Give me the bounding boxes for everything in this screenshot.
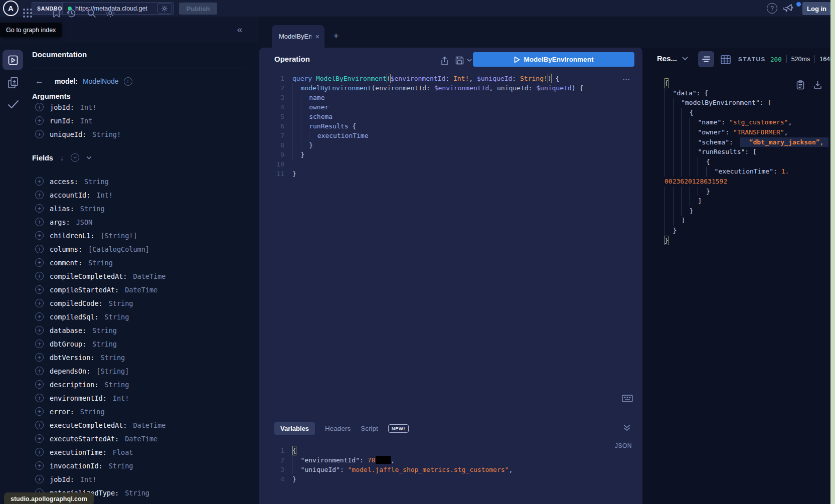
- code-line[interactable]: {: [664, 108, 828, 118]
- code-line[interactable]: {: [664, 157, 828, 167]
- keyboard-shortcuts-button[interactable]: [622, 395, 633, 402]
- rail-schema-button[interactable]: [0, 76, 26, 89]
- code-line[interactable]: 0023620128631592: [664, 177, 828, 187]
- explorer-settings-button[interactable]: [104, 0, 117, 26]
- add-field-icon[interactable]: +: [35, 407, 44, 416]
- code-line[interactable]: 11}: [273, 169, 583, 179]
- add-field-icon[interactable]: +: [35, 191, 44, 199]
- add-field-icon[interactable]: +: [35, 130, 44, 138]
- field-row[interactable]: +uniqueId:String!: [32, 127, 243, 141]
- field-row[interactable]: +args:JSON: [32, 215, 248, 229]
- operation-history-button[interactable]: [64, 0, 78, 26]
- code-line[interactable]: }: [664, 206, 828, 216]
- operation-editor[interactable]: 1query ModelByEnvironment($environmentId…: [273, 74, 583, 179]
- add-field-icon[interactable]: +: [35, 448, 44, 456]
- add-field-icon[interactable]: +: [35, 177, 44, 186]
- code-line[interactable]: }: [664, 226, 828, 236]
- field-row[interactable]: +accountId:Int!: [32, 188, 248, 202]
- code-line[interactable]: 4}: [273, 474, 513, 484]
- response-json-view-button[interactable]: [698, 51, 714, 67]
- connection-settings-button[interactable]: [157, 3, 172, 14]
- add-field-icon[interactable]: +: [35, 312, 44, 321]
- field-row[interactable]: +compiledSql:String: [32, 310, 248, 323]
- code-line[interactable]: 2"environmentId": 78,: [273, 455, 513, 465]
- search-button[interactable]: [85, 0, 97, 26]
- response-title-row[interactable]: Res...: [657, 54, 688, 63]
- code-line[interactable]: }: [664, 236, 828, 246]
- code-line[interactable]: ]: [664, 216, 828, 226]
- field-row[interactable]: +comment:String: [32, 256, 248, 269]
- field-row[interactable]: +dependsOn:[String]: [32, 364, 248, 378]
- add-field-icon[interactable]: +: [35, 258, 44, 267]
- apollo-logo[interactable]: A: [3, 1, 19, 16]
- collapse-variables-button[interactable]: [623, 424, 631, 431]
- save-operation-button[interactable]: [455, 56, 464, 65]
- add-field-icon[interactable]: +: [35, 326, 44, 334]
- rail-checks-button[interactable]: [0, 99, 26, 109]
- add-field-icon[interactable]: +: [35, 103, 44, 111]
- field-row[interactable]: +runId:Int: [32, 114, 243, 127]
- add-field-icon[interactable]: +: [35, 204, 44, 213]
- field-row[interactable]: +columns:[CatalogColumn]: [32, 242, 248, 256]
- add-field-icon[interactable]: +: [35, 461, 44, 470]
- field-row[interactable]: +compileStartedAt:DateTime: [32, 283, 248, 296]
- collapse-panel-button[interactable]: «: [234, 17, 246, 43]
- field-row[interactable]: +executionTime:Float: [32, 445, 248, 459]
- add-field-icon[interactable]: +: [35, 299, 44, 307]
- tab-variables[interactable]: Variables: [274, 422, 315, 435]
- add-field-icon[interactable]: +: [35, 272, 44, 280]
- add-field-icon[interactable]: +: [35, 285, 44, 294]
- add-type-icon[interactable]: +: [124, 77, 132, 86]
- variables-editor[interactable]: 1{2"environmentId": 78,3"uniqueId": "mod…: [273, 446, 513, 484]
- field-row[interactable]: +dbtVersion:String: [32, 351, 248, 364]
- field-row[interactable]: +access:String: [32, 175, 248, 188]
- code-line[interactable]: 4owner: [273, 102, 583, 112]
- back-arrow-button[interactable]: ←: [35, 76, 44, 86]
- field-row[interactable]: +compiledCode:String: [32, 296, 248, 310]
- code-line[interactable]: "data": {: [664, 88, 828, 98]
- code-line[interactable]: "modelByEnvironment": [: [664, 98, 828, 108]
- code-line[interactable]: 5schema: [273, 112, 583, 121]
- field-row[interactable]: +childrenL1:[String!]: [32, 229, 248, 242]
- close-tab-icon[interactable]: ×: [315, 33, 319, 41]
- announcements-button[interactable]: [782, 4, 795, 14]
- field-row[interactable]: +description:String: [32, 378, 248, 391]
- chevron-down-icon[interactable]: [86, 156, 92, 159]
- field-row[interactable]: +executeStartedAt:DateTime: [32, 432, 248, 445]
- add-field-icon[interactable]: +: [35, 380, 44, 389]
- field-row[interactable]: +executeCompletedAt:DateTime: [32, 418, 248, 432]
- add-all-fields-button[interactable]: +: [71, 153, 79, 162]
- code-line[interactable]: "schema": “dbt_mary_jackson”,: [664, 137, 828, 147]
- help-button[interactable]: ?: [767, 3, 777, 14]
- code-line[interactable]: "name": "stg_customers",: [664, 117, 828, 127]
- field-row[interactable]: +jobId:Int!: [32, 100, 243, 114]
- add-field-icon[interactable]: +: [35, 218, 44, 226]
- add-field-icon[interactable]: +: [35, 421, 44, 429]
- rail-explorer-button[interactable]: [3, 50, 23, 70]
- tab-headers[interactable]: Headers: [325, 425, 351, 432]
- publish-button[interactable]: Publish: [179, 3, 217, 15]
- response-table-view-button[interactable]: [719, 53, 732, 66]
- add-field-icon[interactable]: +: [35, 434, 44, 443]
- code-line[interactable]: 6runResults {: [273, 121, 583, 131]
- new-tab-button[interactable]: +: [330, 26, 342, 46]
- field-row[interactable]: +dbtGroup:String: [32, 337, 248, 351]
- field-row[interactable]: +database:String: [32, 323, 248, 337]
- field-row[interactable]: +invocationId:String: [32, 459, 248, 472]
- add-field-icon[interactable]: +: [35, 353, 44, 362]
- code-line[interactable]: 10: [273, 159, 583, 169]
- code-line[interactable]: 3"uniqueId": "model.jaffle_shop_metrics.…: [273, 465, 513, 474]
- run-operation-button[interactable]: ModelByEnvironment: [473, 52, 634, 67]
- field-row[interactable]: +error:String: [32, 405, 248, 418]
- tab-script[interactable]: Script: [361, 425, 378, 432]
- add-field-icon[interactable]: +: [35, 475, 44, 483]
- field-row[interactable]: +environmentId:Int!: [32, 391, 248, 405]
- add-field-icon[interactable]: +: [35, 245, 44, 253]
- code-line[interactable]: 7executionTime: [273, 131, 583, 140]
- add-field-icon[interactable]: +: [35, 367, 44, 375]
- tab-modelbyenvironment[interactable]: ModelByEnvi... ×: [272, 25, 324, 48]
- share-operation-button[interactable]: [440, 56, 449, 66]
- doc-type-link[interactable]: ModelNode: [83, 77, 119, 85]
- code-line[interactable]: 8}: [273, 140, 583, 150]
- chevron-down-icon[interactable]: [682, 57, 688, 61]
